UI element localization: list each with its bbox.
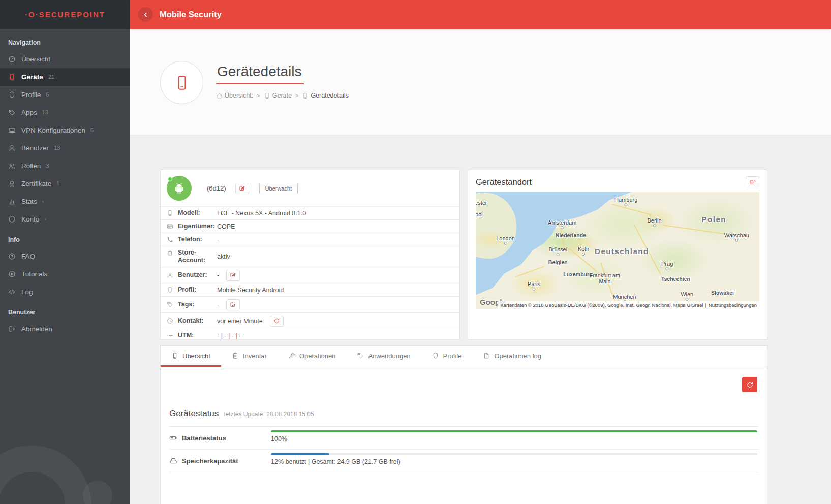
sidebar-item-label: Tutorials xyxy=(21,271,47,278)
certificate-icon xyxy=(8,180,16,187)
refresh-icon xyxy=(273,318,280,324)
tab-operationen[interactable]: Operationen xyxy=(278,346,347,367)
row-label: Kontakt: xyxy=(178,317,204,325)
securepoint-logo[interactable]: ·O·SECUREPOINT xyxy=(0,0,130,29)
users-icon xyxy=(8,162,16,170)
sidebar-item-vpn-konfigurationen[interactable]: VPN Konfigurationen 5 xyxy=(0,121,130,139)
pencil-icon xyxy=(230,301,236,308)
edit-tags-button[interactable] xyxy=(226,299,240,310)
device-row-telefon: Telefon: - xyxy=(161,233,459,246)
document-icon xyxy=(483,352,490,359)
sidebar-item-benutzer[interactable]: Benutzer 13 xyxy=(0,139,130,157)
refresh-contact-button[interactable] xyxy=(270,316,284,327)
status-table: Batteriestatus 100% xyxy=(169,426,758,472)
question-icon xyxy=(8,253,16,260)
device-row-utm: UTM: - | - | - | - xyxy=(161,329,459,340)
device-row-profil: Profil: Mobile Security Android xyxy=(161,283,459,296)
sidebar-item-zertifikate[interactable]: Zertifikate 1 xyxy=(0,175,130,193)
device-location-map[interactable]: chester pool Hamburg Berlin Polen Amster… xyxy=(476,192,759,309)
storage-label: Speicherkapazität xyxy=(182,457,238,465)
monitored-button[interactable]: Überwacht xyxy=(259,183,298,194)
storage-status-row: Speicherkapazität 12% benutzt | Gesamt: … xyxy=(169,449,758,472)
sidebar-item-rollen[interactable]: Rollen 3 xyxy=(0,157,130,175)
tab-inventar[interactable]: Inventar xyxy=(221,346,278,367)
tab-uebersicht[interactable]: Übersicht xyxy=(161,346,221,367)
row-label: UTM: xyxy=(178,332,194,340)
logout-icon xyxy=(8,325,16,333)
tab-anwendungen[interactable]: Anwendungen xyxy=(346,346,421,367)
sidebar-item-badge: 3 xyxy=(46,163,49,169)
store-bag-icon xyxy=(167,249,173,256)
tab-label: Profile xyxy=(443,352,462,360)
sidebar-section-benutzer: Benutzer xyxy=(0,301,130,320)
tag-icon xyxy=(167,301,173,308)
chart-icon xyxy=(8,198,16,205)
map-uk-shape xyxy=(476,192,520,262)
row-label: Store-Account: xyxy=(178,249,217,265)
sidebar-item-konto[interactable]: Konto ‹ xyxy=(0,210,130,228)
map-attribution: Kartendaten © 2018 GeoBasis-DE/BKG (©200… xyxy=(498,301,759,309)
storage-value-text: 12% benutzt | Gesamt: 24.9 GB (21.7 GB f… xyxy=(271,458,757,465)
edit-user-button[interactable] xyxy=(226,270,240,281)
device-location-card: Gerätestandort xyxy=(468,170,767,340)
refresh-status-button[interactable] xyxy=(742,377,757,392)
sidebar: ·O·SECUREPOINT Navigation Übersicht Gerä… xyxy=(0,0,130,504)
page-header-device-badge xyxy=(160,61,203,104)
device-row-eigentuemer: Eigentümer: COPE xyxy=(161,219,459,233)
edit-location-button[interactable] xyxy=(746,176,759,187)
row-label: Tags: xyxy=(178,301,194,309)
phone-icon xyxy=(264,92,270,99)
code-icon xyxy=(8,288,16,296)
shield-icon xyxy=(432,352,439,359)
shield-icon xyxy=(167,287,173,293)
sidebar-nav: Navigation Übersicht Geräte 21 Profile 6… xyxy=(0,29,130,504)
play-circle-icon xyxy=(8,270,16,278)
breadcrumb-uebersicht[interactable]: Übersicht: xyxy=(216,92,253,99)
sidebar-item-log[interactable]: Log xyxy=(0,283,130,301)
tab-label: Inventar xyxy=(243,352,267,360)
breadcrumb-separator: > xyxy=(295,92,298,99)
device-row-store-account: Store-Account: aktiv xyxy=(161,246,459,267)
sidebar-item-label: Profile xyxy=(21,91,41,99)
edit-device-name-button[interactable] xyxy=(235,183,249,194)
row-label: Eigentümer: xyxy=(178,223,215,231)
tab-label: Operationen xyxy=(299,352,336,360)
cards-row: (6d12) Überwacht Modell: LGE - Nexus 5X … xyxy=(160,170,767,340)
chevron-left-icon: ‹ xyxy=(42,199,44,204)
device-id: (6d12) xyxy=(207,184,226,192)
page-content: (6d12) Überwacht Modell: LGE - Nexus 5X … xyxy=(130,135,831,504)
sidebar-item-apps[interactable]: Apps 13 xyxy=(0,104,130,121)
page-header: Gerätedetails Übersicht: > Geräte > xyxy=(130,29,831,135)
breadcrumb-geraete[interactable]: Geräte xyxy=(264,92,292,99)
battery-label: Batteriestatus xyxy=(182,434,226,442)
tab-profile[interactable]: Profile xyxy=(421,346,473,367)
chevron-left-icon: ‹ xyxy=(144,9,147,19)
device-tabs: Übersicht Inventar Operationen Anwendung… xyxy=(160,345,767,367)
tab-label: Operationen log xyxy=(494,352,541,360)
clipboard-icon xyxy=(232,352,239,359)
pencil-icon xyxy=(749,179,756,185)
pencil-icon xyxy=(230,272,236,278)
hard-drive-icon xyxy=(169,457,177,465)
sidebar-item-label: VPN Konfigurationen xyxy=(21,127,85,134)
phone-icon xyxy=(167,210,173,216)
sidebar-item-badge: 13 xyxy=(42,110,48,115)
sidebar-item-tutorials[interactable]: Tutorials xyxy=(0,265,130,283)
sidebar-item-label: Benutzer xyxy=(21,145,49,152)
row-value: - xyxy=(217,272,219,279)
device-row-benutzer: Benutzer: - xyxy=(161,267,459,283)
map-terms-link[interactable]: Nutzungsbedingungen xyxy=(709,302,757,308)
sidebar-item-uebersicht[interactable]: Übersicht xyxy=(0,50,130,68)
sidebar-item-geraete[interactable]: Geräte 21 xyxy=(0,68,130,86)
sidebar-item-label: Übersicht xyxy=(21,56,50,63)
battery-value-text: 100% xyxy=(271,435,757,443)
sidebar-item-label: Konto xyxy=(21,216,39,223)
sidebar-item-stats[interactable]: Stats ‹ xyxy=(0,193,130,210)
map-card-title: Gerätestandort xyxy=(476,177,532,187)
back-button[interactable]: ‹ xyxy=(138,7,153,22)
sidebar-item-abmelden[interactable]: Abmelden xyxy=(0,320,130,338)
tab-operationen-log[interactable]: Operationen log xyxy=(472,346,552,367)
row-value: - xyxy=(217,301,219,308)
sidebar-item-faq[interactable]: FAQ xyxy=(0,247,130,265)
sidebar-item-profile[interactable]: Profile 6 xyxy=(0,86,130,104)
